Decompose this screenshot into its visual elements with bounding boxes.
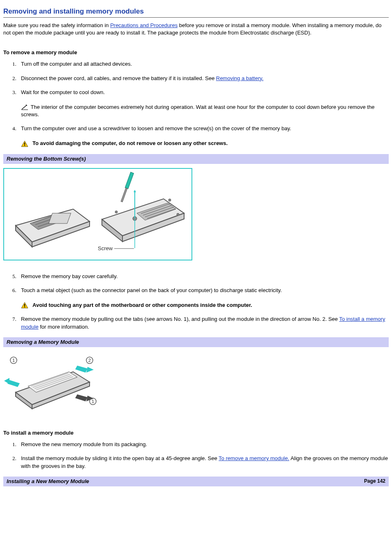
step-text-suffix: for more information. xyxy=(39,324,90,330)
remove-step-1: Turn off the computer and all attached d… xyxy=(18,60,389,68)
svg-marker-45 xyxy=(75,394,88,401)
footer-caption: Installing a New Memory Module xyxy=(7,478,89,485)
svg-marker-43 xyxy=(75,366,88,373)
figure-caption-1: Removing the Bottom Screw(s) xyxy=(3,154,389,164)
install-heading: To install a memory module xyxy=(3,429,389,437)
step-text: Disconnect the power cord, all cables, a… xyxy=(21,75,216,81)
step-text: Turn off the computer and all attached d… xyxy=(21,61,132,67)
caution-icon xyxy=(21,302,28,309)
svg-rect-32 xyxy=(24,306,25,307)
install-step-2: Install the memory module by sliding it … xyxy=(18,455,389,470)
step-text: Turn the computer over and use a screwdr… xyxy=(21,125,291,131)
warn-text: To avoid damaging the computer, do not r… xyxy=(32,140,228,147)
svg-rect-11 xyxy=(48,213,71,223)
remove-step-4: Turn the computer over and use a screwdr… xyxy=(18,125,389,147)
page-number: Page 142 xyxy=(364,478,385,485)
svg-rect-2 xyxy=(24,145,25,146)
precautions-link[interactable]: Precautions and Procedures xyxy=(110,22,178,28)
removing-battery-link[interactable]: Removing a battery. xyxy=(216,75,263,81)
remove-step-2: Disconnect the power cord, all cables, a… xyxy=(18,75,389,82)
caution-icon xyxy=(21,140,28,147)
svg-point-27 xyxy=(177,213,179,216)
intro-paragraph: Make sure you read the safety informatio… xyxy=(3,22,389,37)
svg-rect-1 xyxy=(24,143,25,145)
figure-2: 1 2 1 xyxy=(3,351,389,417)
svg-point-25 xyxy=(115,211,118,213)
svg-text:1: 1 xyxy=(12,358,15,363)
memory-module-illustration: 1 2 1 xyxy=(3,351,98,417)
svg-point-26 xyxy=(168,199,171,201)
step-text: Touch a metal object (such as the connec… xyxy=(21,287,282,293)
step-text: Remove the memory module by pulling out … xyxy=(21,316,339,322)
svg-marker-44 xyxy=(86,367,94,373)
step-text: Wait for the computer to cool down. xyxy=(21,89,105,95)
page-title: Removing and installing memory modules xyxy=(3,7,389,18)
install-steps-list: Remove the new memory module from its pa… xyxy=(3,441,389,470)
remove-module-link[interactable]: To remove a memory module. xyxy=(219,455,289,461)
svg-marker-42 xyxy=(4,378,9,384)
svg-rect-31 xyxy=(24,304,25,306)
step-text: Remove the memory bay cover carefully. xyxy=(21,273,118,279)
screw-removal-illustration: Screw xyxy=(3,168,192,260)
svg-text:1: 1 xyxy=(92,399,94,404)
figure-caption-2: Removing a Memory Module xyxy=(3,337,389,347)
install-step-1: Remove the new memory module from its pa… xyxy=(18,441,389,448)
figure-1: Screw xyxy=(3,168,389,260)
step-text: Install the memory module by sliding it … xyxy=(21,455,219,461)
remove-step-5: Remove the memory bay cover carefully. xyxy=(18,273,389,280)
remove-step-3: Wait for the computer to cool down. The … xyxy=(18,89,389,119)
remove-heading: To remove a memory module xyxy=(3,49,389,56)
remove-steps-list: Turn off the computer and all attached d… xyxy=(3,60,389,147)
svg-text:2: 2 xyxy=(88,358,91,363)
step-text: Remove the new memory module from its pa… xyxy=(21,441,147,447)
figure-label-screw: Screw xyxy=(98,245,113,251)
footer-bar: Installing a New Memory Module Page 142 xyxy=(3,477,389,486)
note-icon xyxy=(21,104,28,110)
warn-text: Avoid touching any part of the motherboa… xyxy=(32,302,252,309)
note-text: The interior of the computer becomes ext… xyxy=(21,104,374,117)
remove-step-6: Touch a metal object (such as the connec… xyxy=(18,287,389,309)
remove-step-7: Remove the memory module by pulling out … xyxy=(18,315,389,330)
remove-steps-list-cont: Remove the memory bay cover carefully. T… xyxy=(3,273,389,331)
intro-prefix: Make sure you read the safety informatio… xyxy=(3,22,110,28)
